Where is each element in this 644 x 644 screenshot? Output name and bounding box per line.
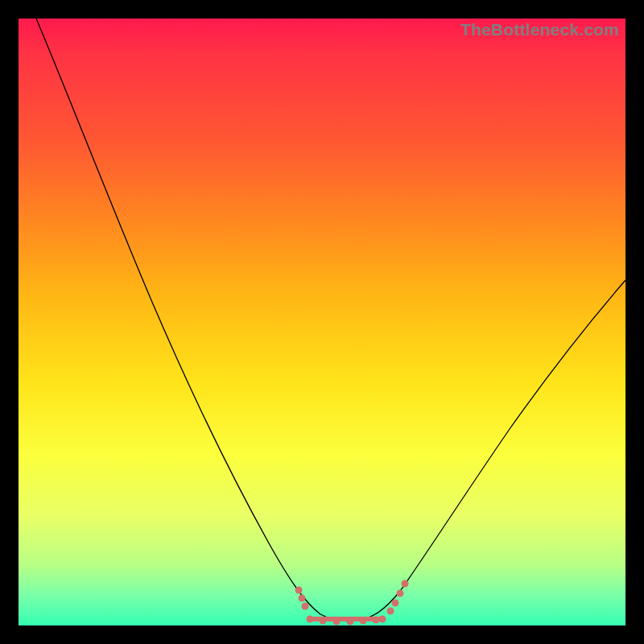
bottom-marker-band — [307, 616, 386, 625]
svg-point-6 — [333, 618, 341, 625]
svg-point-14 — [402, 580, 409, 588]
svg-point-12 — [392, 600, 399, 607]
svg-point-13 — [397, 590, 404, 597]
svg-point-0 — [295, 587, 303, 594]
bottleneck-curve — [19, 19, 625, 625]
svg-point-4 — [307, 616, 314, 623]
curve-path — [36, 19, 625, 621]
chart-plot-area: TheBottleneck.com — [19, 19, 625, 625]
left-marker-cluster — [295, 587, 309, 610]
right-marker-cluster — [387, 580, 409, 615]
svg-point-9 — [373, 617, 380, 624]
svg-point-5 — [320, 617, 327, 625]
svg-point-8 — [360, 617, 367, 625]
svg-point-11 — [387, 608, 394, 615]
svg-point-1 — [299, 595, 306, 602]
svg-point-10 — [379, 616, 386, 623]
svg-point-7 — [347, 618, 354, 625]
chart-frame: TheBottleneck.com — [0, 0, 644, 644]
svg-point-2 — [302, 603, 309, 610]
